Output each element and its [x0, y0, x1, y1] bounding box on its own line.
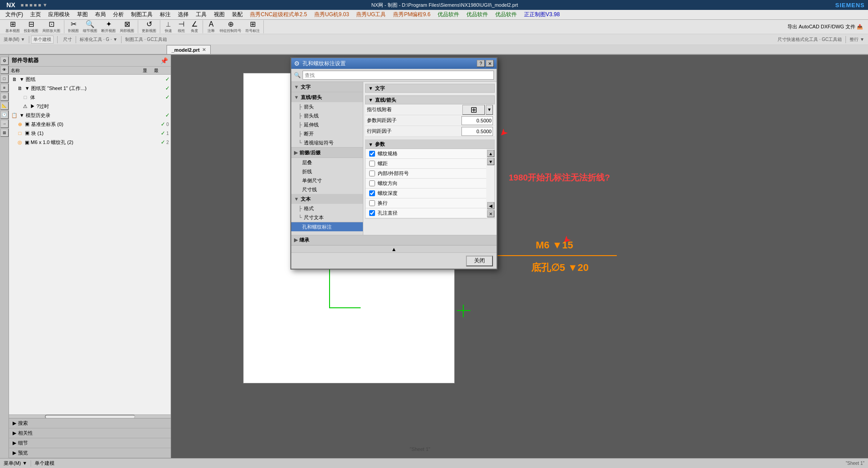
- menu-youpin2[interactable]: 优品软件: [463, 10, 492, 19]
- menu-analysis[interactable]: 分析: [109, 10, 127, 19]
- strip-layer-icon[interactable]: ≡: [0, 84, 9, 92]
- tb-border-view-btn[interactable]: ⊡局部放大图: [41, 21, 62, 33]
- menu-sketch[interactable]: 草图: [73, 10, 91, 19]
- menu-youpin3[interactable]: 优品软件: [492, 10, 520, 19]
- tb-note-btn[interactable]: A注释: [205, 21, 217, 33]
- dlg-tree-item-persp[interactable]: └透视缩短符号: [291, 138, 363, 147]
- dlg-leader-attach-dropdown[interactable]: ▼: [486, 105, 493, 115]
- dlg-tree-item-break[interactable]: ├断开: [291, 129, 363, 138]
- dlg-tree-item-arrowline[interactable]: ├箭头线: [291, 111, 363, 120]
- dlg-tree-item-holeanno[interactable]: 孔和螺纹标注: [291, 222, 363, 231]
- dlg-tree-item-dimtext[interactable]: └尺寸文本: [291, 213, 363, 222]
- tb-export-btn[interactable]: 导出 AutoCAD DXF/DWG 文件 📤: [784, 22, 866, 32]
- menu-yanxiu-ugtool[interactable]: 燕秀UG工具: [353, 10, 389, 19]
- dlg-cb-inout-sym-input[interactable]: [369, 171, 375, 176]
- tree-item-sheet1[interactable]: 🗎 ▼ 图纸页 "Sheet 1" (工作...) ✓: [9, 84, 171, 93]
- dlg-tree-item-arrow[interactable]: ├箭头: [291, 102, 363, 111]
- cad-area[interactable]: 1980开始孔标注无法折线? ➤ ➤ M6 ▼15 底孔∅5 ▼20 "Shee…: [171, 55, 868, 458]
- dlg-scroll-right-btn[interactable]: ✕: [487, 210, 494, 217]
- dlg-leader-attach-btn[interactable]: ⊞: [462, 105, 485, 115]
- dlg-tree-item-extline[interactable]: ├延伸线: [291, 120, 363, 129]
- dlg-cb-hole-dia-input[interactable]: [369, 210, 375, 216]
- dlg-tree-item-fold[interactable]: 折线: [291, 167, 363, 176]
- sidebar-panel-related[interactable]: ▶ 相关性: [9, 428, 171, 438]
- tree-item-drawing[interactable]: 🗎 ▼ 图纸 ✓: [9, 75, 171, 84]
- dialog-help-btn[interactable]: ?: [477, 60, 485, 67]
- tb-project-view-btn[interactable]: ⊟投影视图: [22, 21, 40, 33]
- doc-tab-close[interactable]: ✕: [202, 47, 206, 52]
- dialog-close-title-btn[interactable]: ✕: [486, 60, 494, 67]
- dlg-tree-header-prefix[interactable]: ▶前缀/后缀: [291, 148, 363, 158]
- dlg-scroll-down-btn[interactable]: ▼: [487, 158, 494, 165]
- tree-item-block[interactable]: □ ▣ 块 (1) ✓ 1: [9, 129, 171, 138]
- tree-item-body[interactable]: □ 体 ✓: [9, 93, 171, 102]
- dialog-search-input[interactable]: [303, 71, 494, 80]
- dlg-param-spacing-input[interactable]: [461, 116, 493, 125]
- menu-youpin1[interactable]: 优品软件: [434, 10, 463, 19]
- dlg-cb-newline-input[interactable]: [369, 200, 375, 206]
- tree-item-history[interactable]: 📋 ▼ 模型历史录 ✓: [9, 111, 171, 120]
- menu-yanxiu-ug9[interactable]: 燕秀UG机9.03: [311, 10, 353, 19]
- tb-update-btn[interactable]: ↺更新视图: [140, 21, 158, 33]
- dlg-param-header[interactable]: ▼参数: [366, 140, 494, 149]
- menu-app[interactable]: 应用模块: [45, 10, 73, 19]
- strip-ref-icon[interactable]: ◎: [0, 93, 9, 101]
- strip-model-icon[interactable]: □: [0, 75, 9, 83]
- tb-partial-view-btn[interactable]: ⊠局部视图: [118, 21, 136, 33]
- dialog-bottom-arrow[interactable]: ▲: [291, 245, 497, 252]
- menu-layout[interactable]: 布局: [91, 10, 109, 19]
- tree-item-thread[interactable]: ◎ ▣ M6 x 1.0 螺纹孔 (2) ✓ 2: [9, 138, 171, 147]
- menu-zhengzheng[interactable]: 正正制图V3.98: [520, 10, 563, 19]
- dlg-tree-header-leader[interactable]: ▼直线/箭头: [291, 92, 363, 102]
- sidebar-panel-detail[interactable]: ▶ 细节: [9, 438, 171, 448]
- strip-grid-icon[interactable]: ⊞: [0, 129, 9, 137]
- strip-arrow-icon[interactable]: →: [0, 120, 9, 128]
- sidebar-pin-btn[interactable]: 📌: [160, 57, 168, 64]
- dlg-right-text-header[interactable]: ▼文字: [365, 84, 495, 93]
- tb-feature-ctrl-btn[interactable]: ⊕特征控制符号: [218, 21, 243, 33]
- sidebar-panel-search[interactable]: ▶ 搜索: [9, 418, 171, 428]
- menu-select[interactable]: 选择: [174, 10, 192, 19]
- dlg-line-spacing-input[interactable]: [461, 127, 493, 136]
- menu-assembly[interactable]: 装配: [228, 10, 246, 19]
- tb-quickdim-btn[interactable]: ⟂快速: [162, 21, 175, 33]
- menu-annotation[interactable]: 标注: [156, 10, 174, 19]
- dlg-tree-item-format[interactable]: ├格式: [291, 204, 363, 213]
- tb-base-view-btn[interactable]: ⊞基本视图: [4, 21, 22, 33]
- dlg-tree-item-stack[interactable]: 层叠: [291, 158, 363, 167]
- dlg-scroll-left-btn[interactable]: ◀: [487, 202, 494, 209]
- dialog-close-button[interactable]: 关闭: [466, 256, 493, 266]
- tb-linear-btn[interactable]: ⊣线性: [175, 21, 188, 33]
- dlg-scroll-up-btn[interactable]: ▲: [487, 150, 494, 157]
- tb-angle-btn[interactable]: ∠角度: [188, 21, 201, 33]
- menu-yanxiu-pm[interactable]: 燕秀PM编程9.6: [389, 10, 434, 19]
- dlg-cb-thread-depth-input[interactable]: [369, 190, 375, 196]
- status-menu[interactable]: 菜单(M) ▼: [4, 460, 27, 467]
- doc-tab-model2[interactable]: _model2.prt ✕: [167, 45, 211, 54]
- strip-view-icon[interactable]: 👁: [0, 66, 9, 74]
- menu-file[interactable]: 文件(F): [2, 10, 27, 19]
- dlg-cb-thread-spec-input[interactable]: [369, 151, 375, 157]
- menu-tools[interactable]: 工具: [192, 10, 210, 19]
- dlg-tree-header-text[interactable]: ▼文字: [291, 82, 363, 92]
- tb-detail-view-btn[interactable]: 🔍细节视图: [81, 21, 99, 33]
- strip-measure-icon[interactable]: 📐: [0, 102, 9, 110]
- dlg-tree-item-dimline[interactable]: 尺寸线: [291, 185, 363, 194]
- menu-view[interactable]: 视图: [210, 10, 228, 19]
- menu-home[interactable]: 主页: [27, 10, 45, 19]
- menu-drafting[interactable]: 制图工具: [127, 10, 156, 19]
- strip-clock-icon[interactable]: 🕐: [0, 111, 9, 119]
- dlg-cb-thread-dir-input[interactable]: [369, 180, 375, 186]
- strip-settings-icon[interactable]: ⚙: [0, 57, 9, 65]
- dlg-right-leader-header[interactable]: ▼直线/箭头: [365, 95, 495, 104]
- sidebar-panel-preview[interactable]: ▶ 预览: [9, 448, 171, 458]
- menu-yanxiu-cnc[interactable]: 燕秀CNC超级程式单2.5: [246, 10, 311, 19]
- tree-item-outdated[interactable]: ⚠ ▶ ?过时: [9, 102, 171, 111]
- dlg-inheritance-header[interactable]: ▶继承: [291, 235, 497, 245]
- tb-symbol-btn[interactable]: ⊞符号标注: [244, 21, 262, 33]
- dlg-cb-pitch-input[interactable]: [369, 161, 375, 166]
- tb-break-view-btn[interactable]: ✦断开视图: [99, 21, 118, 33]
- dlg-tree-item-singledim[interactable]: 单侧尺寸: [291, 176, 363, 185]
- tree-item-datum[interactable]: ⊕ ▣ 基准坐标系 (0) ✓ 0: [9, 120, 171, 129]
- tb-cut-view-btn[interactable]: ✂剖视图: [66, 21, 81, 33]
